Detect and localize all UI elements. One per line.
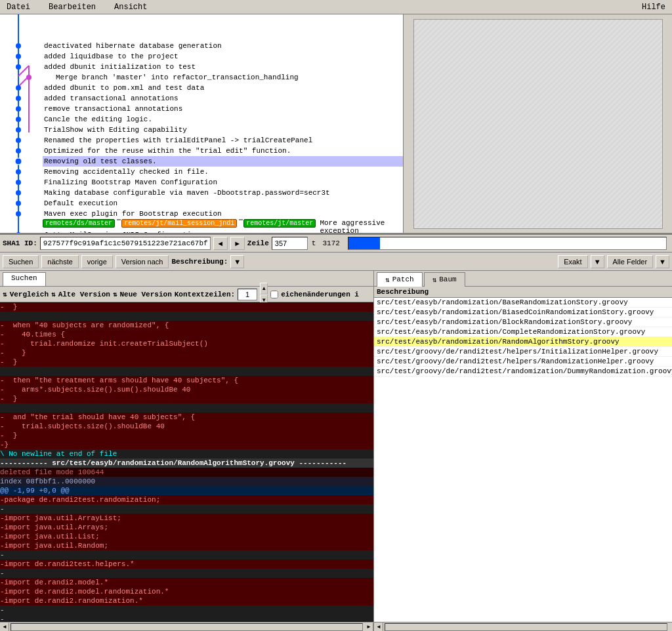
- commit-row[interactable]: added dbunit to pom.xml and test data: [43, 83, 403, 93]
- file-item[interactable]: src/test/groovy/de/randi2test/helpers/Ra…: [374, 357, 672, 367]
- beschreibung-dropdown[interactable]: ▼: [230, 255, 244, 268]
- branch-labels-row: remotes/ds/master remotes/jt/mail_sessio…: [43, 219, 403, 230]
- diff-line: -import de.randi2.randomization.*: [0, 596, 373, 605]
- file-item[interactable]: src/test/groovy/de/randi2test/helpers/In…: [374, 347, 672, 357]
- diff-line: - }: [0, 348, 373, 357]
- menu-datei[interactable]: Datei: [3, 1, 34, 13]
- diff-line: -import de.randi2test.helpers.*: [0, 560, 373, 569]
- diff-line-at: @@ -1,99 +0,0 @@: [0, 486, 373, 495]
- file-item[interactable]: src/test/easyb/randomization/BaseRandomi…: [374, 298, 672, 308]
- commit-row[interactable]: Jetty MailSession JNDI Configuration: [43, 230, 403, 233]
- diff-line-index: index 08fbbf1..0000000: [0, 477, 373, 486]
- sha-bar: SHA1 ID: ◄ ► Zeile t 3172: [0, 234, 672, 253]
- exakt-dropdown[interactable]: ▼: [591, 255, 604, 268]
- file-hscroll-track[interactable]: [385, 623, 667, 631]
- zeile-input[interactable]: [272, 237, 308, 250]
- file-item-selected[interactable]: src/test/easyb/randomization/RandomAlgor…: [374, 337, 672, 347]
- tab-patch[interactable]: ⇅ Patch: [377, 272, 423, 287]
- diff-tab-bar: Suchen: [0, 271, 373, 287]
- commit-row[interactable]: remove transactional annotations: [43, 104, 403, 114]
- diff-content[interactable]: - } - when "40 subjects are randomized",…: [0, 302, 373, 622]
- sha-label: SHA1 ID:: [3, 239, 37, 247]
- commit-row[interactable]: Merge branch 'master' into refactor_tran…: [43, 72, 403, 83]
- file-hscroll-left[interactable]: ◄: [374, 622, 383, 632]
- file-item[interactable]: src/test/easyb/randomization/BlockRandom…: [374, 317, 672, 327]
- commit-row[interactable]: Renamed the properties with trialEditPan…: [43, 135, 403, 146]
- beschreibung-label: Beschreibung:: [171, 258, 228, 266]
- diff-hscroll[interactable]: ◄ ►: [0, 622, 373, 631]
- diff-line: -: [0, 569, 373, 578]
- sha-input[interactable]: [40, 237, 211, 250]
- commit-row[interactable]: Maven exec plugin for Bootstrap executio…: [43, 209, 403, 219]
- alle-felder-dropdown[interactable]: ▼: [656, 255, 669, 268]
- file-list-header: Beschreibung: [374, 287, 672, 298]
- file-item[interactable]: src/test/groovy/de/randi2test/randomizat…: [374, 367, 672, 377]
- tab-suchen[interactable]: Suchen: [3, 272, 46, 286]
- file-tab-bar: ⇅ Patch ⇅ Baum: [374, 271, 672, 287]
- diff-line: - }: [0, 357, 373, 367]
- alle-felder-btn[interactable]: Alle Felder: [607, 255, 654, 268]
- sort-icon-3: ⇅: [113, 290, 117, 298]
- diff-line: - }: [0, 431, 373, 440]
- hscroll-left[interactable]: ◄: [0, 622, 9, 632]
- commit-row[interactable]: Removing accidentally checked in file.: [43, 167, 403, 177]
- diff-line: -import java.util.Arrays;: [0, 523, 373, 532]
- file-item[interactable]: src/test/easyb/randomization/CompleteRan…: [374, 327, 672, 337]
- hscroll-track[interactable]: [10, 623, 363, 631]
- zeichen-checkbox[interactable]: [270, 291, 278, 298]
- baum-tab-label: Baum: [439, 275, 456, 283]
- file-list[interactable]: Beschreibung src/test/easyb/randomizatio…: [374, 287, 672, 622]
- menu-bearbeiten[interactable]: Bearbeiten: [45, 1, 100, 13]
- diff-line-deleted: deleted file mode 100644: [0, 468, 373, 477]
- commit-row[interactable]: Optimized for the reuse within the "tria…: [43, 146, 403, 156]
- sha-next-btn[interactable]: ►: [230, 237, 245, 250]
- dropdown-arrow: ▼: [234, 258, 241, 266]
- commit-list-content[interactable]: deactivated hibernate database generatio…: [0, 14, 403, 233]
- exakt-arrow: ▼: [594, 258, 601, 266]
- branch-label-ds: remotes/ds/master: [43, 219, 115, 228]
- hscroll-right[interactable]: ►: [364, 622, 373, 632]
- commit-row[interactable]: TrialShow with Editing capability: [43, 125, 403, 135]
- sort-icon-baum: ⇅: [432, 275, 437, 284]
- right-thumbnail-panel: [404, 14, 672, 233]
- commit-row[interactable]: Cancle the editing logic.: [43, 114, 403, 125]
- commit-row[interactable]: Default execution: [43, 198, 403, 209]
- bottom-panel: Suchen ⇅ Vergleich ⇅ Alte Version ⇅ Neue…: [0, 271, 672, 631]
- exakt-btn[interactable]: Exakt: [558, 255, 588, 268]
- branch-connector2: [239, 219, 243, 220]
- diff-line: - trial.randomize init.createTrialSubjec…: [0, 339, 373, 348]
- version-nach-btn[interactable]: Version nach: [116, 255, 169, 268]
- sha-prev-btn[interactable]: ◄: [213, 237, 228, 250]
- zeile-label: Zeile: [247, 239, 269, 247]
- commit-row[interactable]: added liquidbase to the project: [43, 51, 403, 62]
- commit-row[interactable]: deactivated hibernate database generatio…: [43, 41, 403, 51]
- commit-row-selected[interactable]: Removing old test classes.: [43, 156, 403, 167]
- prev-btn[interactable]: vorige: [81, 255, 113, 268]
- file-hscroll-right[interactable]: ►: [669, 622, 672, 632]
- diff-line: - }: [0, 302, 373, 312]
- menu-ansicht[interactable]: Ansicht: [110, 1, 151, 13]
- alte-version-label: Alte Version: [58, 291, 110, 298]
- file-item[interactable]: src/test/easyb/randomization/BiasedCoinR…: [374, 308, 672, 317]
- commit-row[interactable]: added transactional annotations: [43, 93, 403, 104]
- search-btn[interactable]: Suchen: [3, 255, 39, 268]
- zeile-progress-bar: [348, 237, 667, 250]
- commit-row[interactable]: Finalizing Bootstrap Maven Configuration: [43, 177, 403, 188]
- right-search-btns: Exakt ▼ Alle Felder ▼: [558, 255, 669, 268]
- diff-line: - trial.subjects.size().shouldBe 40: [0, 422, 373, 431]
- menu-hilfe[interactable]: Hilfe: [638, 1, 669, 13]
- branch-label-mail: remotes/jt/mail_session_jndi: [121, 219, 237, 228]
- file-hscroll[interactable]: ◄ ►: [374, 622, 672, 631]
- kontext-input[interactable]: [238, 289, 257, 300]
- diff-line: [0, 367, 373, 376]
- diff-line: [0, 312, 373, 321]
- alle-felder-arrow: ▼: [659, 258, 666, 266]
- commit-rows: deactivated hibernate database generatio…: [0, 14, 403, 233]
- top-panel: deactivated hibernate database generatio…: [0, 14, 672, 234]
- tab-baum[interactable]: ⇅ Baum: [424, 272, 465, 287]
- next-btn[interactable]: nächste: [41, 255, 79, 268]
- commit-row[interactable]: added dbunit initialization to test: [43, 62, 403, 72]
- commit-row[interactable]: Making database configurable via maven -…: [43, 188, 403, 198]
- spin-up[interactable]: ▲: [260, 283, 268, 295]
- commit-list-panel: deactivated hibernate database generatio…: [0, 14, 404, 233]
